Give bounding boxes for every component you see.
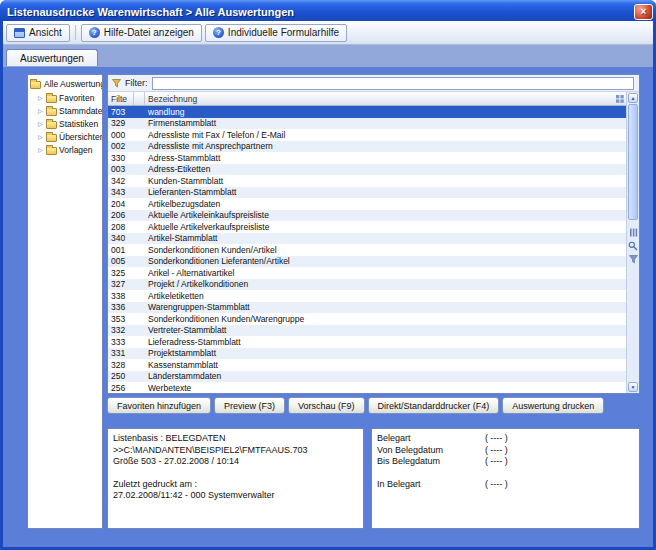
- tree-root-label: Alle Auswertungen: [44, 79, 103, 89]
- folder-icon: [30, 81, 41, 89]
- formularhilfe-button[interactable]: ? Individuelle Formularhilfe: [205, 24, 347, 42]
- tree-item[interactable]: ▷ Vorlagen: [29, 143, 101, 156]
- help-icon: ?: [213, 27, 224, 38]
- action-buttons: Favoriten hinzufügen Preview (F3) Vorsch…: [107, 397, 640, 414]
- grip-columns-icon[interactable]: [629, 228, 638, 237]
- action-button[interactable]: Favoriten hinzufügen: [107, 397, 211, 414]
- tree-item-label: Vorlagen: [59, 145, 93, 155]
- tree-root-alle-auswertungen[interactable]: Alle Auswertungen: [29, 78, 101, 91]
- table-row[interactable]: 353 Sonderkonditionen Kunden/Warengruppe: [108, 313, 626, 325]
- row-number-cell: 206: [108, 210, 134, 220]
- row-number-cell: 338: [108, 291, 134, 301]
- chevron-right-icon: ▷: [38, 133, 44, 140]
- folder-icon: [46, 147, 57, 155]
- folder-icon: [46, 108, 57, 116]
- tree-item[interactable]: ▷ Übersichten: [29, 130, 101, 143]
- info-field-label: In Belegart: [377, 479, 485, 491]
- row-name-cell: Vertreter-Stammblatt: [145, 325, 626, 335]
- scroll-down-button[interactable]: ▼: [628, 382, 638, 392]
- table-row[interactable]: 000 Adressliste mit Fax / Telefon / E-Ma…: [108, 129, 626, 141]
- view-icon: [14, 28, 25, 38]
- scrollbar-thumb[interactable]: [628, 104, 638, 220]
- row-name-cell: Werbetexte: [145, 383, 626, 393]
- table-row[interactable]: 002 Adressliste mit Ansprechpartnern: [108, 141, 626, 153]
- column-header-bezeichnung[interactable]: Bezeichnung: [145, 92, 613, 105]
- row-number-cell: 329: [108, 118, 134, 128]
- table-row[interactable]: 208 Aktuelle Artikelverkaufspreisliste: [108, 221, 626, 233]
- table-row[interactable]: 329 Firmenstammblatt: [108, 118, 626, 130]
- column-options-icon[interactable]: [613, 92, 626, 105]
- folder-icon: [46, 134, 57, 142]
- row-number-cell: 336: [108, 302, 134, 312]
- table-row[interactable]: 003 Adress-Etiketten: [108, 164, 626, 176]
- chevron-right-icon: ▷: [38, 107, 44, 114]
- table-row[interactable]: 333 Lieferadress-Stammblatt: [108, 336, 626, 348]
- scrollbar[interactable]: ▲ ▼: [626, 92, 639, 393]
- table-row[interactable]: 340 Artikel-Stammblatt: [108, 233, 626, 245]
- hilfe-datei-button[interactable]: ? Hilfe-Datei anzeigen: [81, 24, 202, 42]
- filter-input[interactable]: [152, 77, 635, 90]
- belegart-info-panel: Belegart ( ---- ) Von Belegdatum ( ---- …: [371, 428, 640, 529]
- table-row[interactable]: 331 Projektstammblatt: [108, 348, 626, 360]
- tree-item[interactable]: ▷ Statistiken: [29, 117, 101, 130]
- table-row[interactable]: 250 Länderstammdaten: [108, 371, 626, 383]
- info-line: >>C:\MANDANTEN\BEISPIEL2\FMTFAAUS.703: [113, 445, 358, 457]
- scroll-up-button[interactable]: ▲: [628, 93, 638, 103]
- tree-item-label: Übersichten: [59, 132, 103, 142]
- table-row[interactable]: 338 Artikeletiketten: [108, 290, 626, 302]
- info-field-value: ( ---- ): [485, 433, 508, 445]
- row-name-cell: Arikel - Alternativartikel: [145, 268, 626, 278]
- table-row[interactable]: 005 Sonderkonditionen Lieferanten/Artike…: [108, 256, 626, 268]
- table-row[interactable]: 332 Vertreter-Stammblatt: [108, 325, 626, 337]
- row-name-cell: Projekt / Artikelkonditionen: [145, 279, 626, 289]
- row-number-cell: 208: [108, 222, 134, 232]
- table-rows: 703 wandlung 329 Firmenstam: [108, 106, 626, 393]
- info-field-row: Belegart ( ---- ): [377, 433, 634, 445]
- info-field-row: Von Belegdatum ( ---- ): [377, 445, 634, 457]
- tree-item-label: Statistiken: [59, 119, 98, 129]
- row-number-cell: 001: [108, 245, 134, 255]
- info-field-label: Bis Belegdatum: [377, 456, 485, 468]
- table-row[interactable]: 343 Lieferanten-Stammblatt: [108, 187, 626, 199]
- table-row[interactable]: 256 Werbetexte: [108, 382, 626, 393]
- table-row[interactable]: 336 Warengruppen-Stammblatt: [108, 302, 626, 314]
- tree-item[interactable]: ▷ Favoriten: [29, 91, 101, 104]
- row-number-cell: 256: [108, 383, 134, 393]
- column-header-mid[interactable]: [134, 92, 145, 105]
- row-number-cell: 353: [108, 314, 134, 324]
- toolbar-separator: [75, 25, 76, 40]
- close-button[interactable]: ×: [634, 4, 653, 20]
- table-row[interactable]: 330 Adress-Stammblatt: [108, 152, 626, 164]
- search-icon[interactable]: [628, 241, 638, 251]
- ansicht-button[interactable]: Ansicht: [6, 24, 70, 42]
- row-number-cell: 342: [108, 176, 134, 186]
- row-name-cell: Sonderkonditionen Kunden/Artikel: [145, 245, 626, 255]
- row-name-cell: Firmenstammblatt: [145, 118, 626, 128]
- row-name-cell: Sonderkonditionen Lieferanten/Artikel: [145, 256, 626, 266]
- row-number-cell: 340: [108, 233, 134, 243]
- tree-item[interactable]: ▷ Stammdaten: [29, 104, 101, 117]
- action-button[interactable]: Auswertung drucken: [502, 397, 604, 414]
- row-number-cell: 343: [108, 187, 134, 197]
- action-button[interactable]: Vorschau (F9): [288, 397, 365, 414]
- row-name-cell: Artikel-Stammblatt: [145, 233, 626, 243]
- row-number-cell: 204: [108, 199, 134, 209]
- action-button[interactable]: Preview (F3): [214, 397, 285, 414]
- table-row[interactable]: 327 Projekt / Artikelkonditionen: [108, 279, 626, 291]
- filter-icon[interactable]: [629, 255, 638, 264]
- table-row[interactable]: 703 wandlung: [108, 106, 626, 118]
- action-button[interactable]: Direkt/Standarddrucker (F4): [368, 397, 500, 414]
- table-row[interactable]: 206 Aktuelle Artikeleinkaufspreisliste: [108, 210, 626, 222]
- formularhilfe-label: Individuelle Formularhilfe: [228, 27, 339, 38]
- table-header[interactable]: Filte Bezeichnung: [108, 92, 626, 106]
- folder-icon: [46, 95, 57, 103]
- table-row[interactable]: 001 Sonderkonditionen Kunden/Artikel: [108, 244, 626, 256]
- info-field-row: [377, 468, 634, 480]
- column-header-filter[interactable]: Filte: [108, 92, 134, 105]
- tree-item-label: Stammdaten: [59, 106, 103, 116]
- table-row[interactable]: 325 Arikel - Alternativartikel: [108, 267, 626, 279]
- table-row[interactable]: 342 Kunden-Stammblatt: [108, 175, 626, 187]
- table-row[interactable]: 204 Artikelbezugsdaten: [108, 198, 626, 210]
- table-row[interactable]: 328 Kassenstammblatt: [108, 359, 626, 371]
- content-outer: Auswertungen Alle Auswertungen ▷: [3, 45, 653, 547]
